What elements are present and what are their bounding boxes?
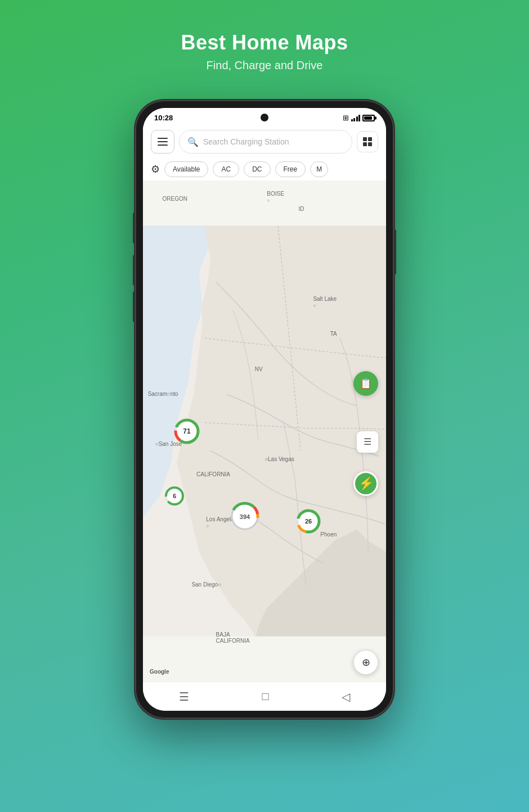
map-label-baja: BAJACALIFORNIA	[216, 631, 250, 644]
bottom-navigation: ☰ □ ◁	[143, 682, 386, 711]
filter-chip-dc[interactable]: DC	[244, 161, 270, 177]
status-time: 10:28	[154, 114, 173, 122]
map-label-las-vegas: ○Las Vegas	[264, 456, 294, 462]
camera-notch	[261, 114, 268, 121]
filter-chip-available[interactable]: Available	[164, 161, 208, 177]
cluster-26[interactable]: 26	[295, 508, 322, 535]
map-label-boise: BOISE○	[267, 191, 284, 203]
filter-chip-free[interactable]: Free	[275, 161, 306, 177]
page-subtitle: Find, Charge and Drive	[181, 59, 348, 72]
menu-button[interactable]	[151, 130, 174, 154]
map-label-sacramento: Sacramento	[148, 391, 178, 397]
status-bar: 10:28 ⊞	[143, 108, 386, 125]
filter-chip-m[interactable]: M	[310, 161, 328, 177]
phone-screen: 10:28 ⊞	[143, 108, 386, 711]
ms-teams-icon: ⊞	[343, 114, 349, 122]
hamburger-icon	[158, 138, 168, 146]
map-location-button[interactable]: ⊕	[353, 650, 378, 675]
filter-chip-ac[interactable]: AC	[213, 161, 239, 177]
signal-icon	[351, 114, 361, 121]
map-label-phoenix: Phoen	[320, 531, 337, 538]
battery-icon	[362, 115, 375, 121]
filter-icon: ⚙	[151, 163, 160, 175]
search-area: 🔍 Search Charging Station	[143, 125, 386, 158]
map-bolt-button[interactable]: ⚡	[353, 471, 378, 496]
google-watermark: Google	[150, 669, 169, 675]
map-area[interactable]: OREGON BOISE○ ID NV Salt Lake○ Sacrament…	[143, 181, 386, 682]
map-list-button[interactable]: ☰	[357, 431, 378, 453]
map-label-san-diego: San Diego○	[191, 581, 221, 588]
nav-home-icon[interactable]: □	[262, 690, 268, 703]
map-label-salt-lake: Salt Lake○	[313, 296, 337, 308]
nav-back-icon[interactable]: ◁	[342, 690, 350, 703]
map-label-oregon: OREGON	[163, 196, 187, 202]
filter-bar: ⚙ Available AC DC Free M	[143, 158, 386, 181]
svg-text:26: 26	[305, 518, 312, 525]
svg-text:6: 6	[173, 493, 176, 499]
search-placeholder: Search Charging Station	[203, 137, 344, 146]
qr-button[interactable]	[357, 131, 378, 152]
cluster-394[interactable]: 394	[229, 500, 261, 532]
svg-text:394: 394	[240, 513, 250, 520]
qr-icon	[363, 137, 372, 146]
book-icon: 📋	[360, 377, 372, 390]
status-icons: ⊞	[343, 114, 375, 122]
page-title: Best Home Maps	[181, 31, 348, 55]
page-header: Best Home Maps Find, Charge and Drive	[181, 0, 348, 83]
location-icon: ⊕	[362, 656, 370, 669]
bolt-icon: ⚡	[358, 476, 374, 491]
map-book-button[interactable]: 📋	[353, 371, 378, 396]
search-box[interactable]: 🔍 Search Charging Station	[179, 130, 352, 154]
map-label-id: ID	[298, 206, 304, 212]
nav-menu-icon[interactable]: ☰	[179, 690, 189, 703]
svg-text:71: 71	[183, 427, 191, 435]
map-label-nv: NV	[255, 366, 263, 372]
map-label-ta: TA	[330, 331, 337, 337]
search-icon: 🔍	[187, 137, 199, 147]
cluster-6[interactable]: 6	[164, 485, 185, 507]
cluster-71[interactable]: 71	[173, 417, 201, 445]
app-content: 🔍 Search Charging Station ⚙ Available AC	[143, 125, 386, 711]
phone-device: 10:28 ⊞	[135, 100, 394, 719]
list-icon: ☰	[364, 436, 371, 447]
map-label-california: CALIFORNIA	[196, 471, 230, 477]
